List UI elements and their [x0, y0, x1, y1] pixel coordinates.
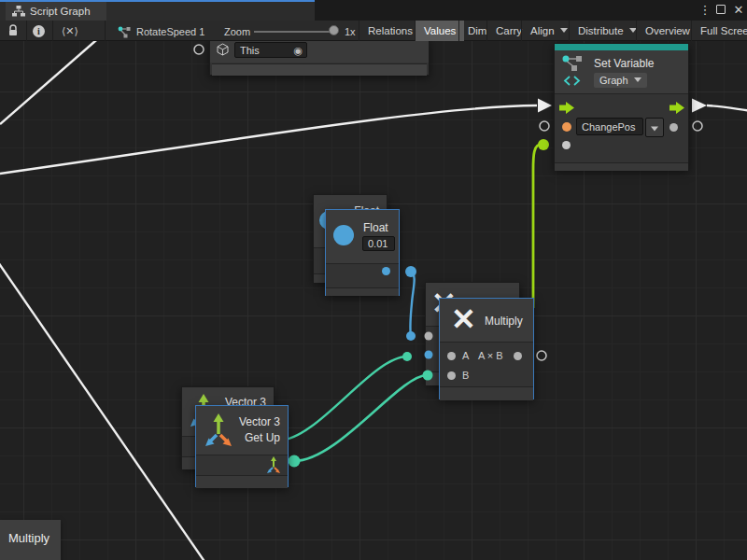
vector3-icon — [203, 412, 234, 451]
close-icon[interactable]: ✕ — [731, 2, 746, 19]
variable-name-field[interactable]: ChangePos — [576, 118, 643, 135]
zoom-value: 1x — [345, 26, 356, 37]
float-output-port[interactable] — [382, 267, 390, 275]
value-output-port[interactable] — [669, 123, 678, 132]
code-connections-icon[interactable]: ⟨✕⟩ — [62, 25, 78, 37]
multiply-node-footer — [440, 386, 533, 400]
maximize-icon[interactable] — [716, 5, 726, 14]
kebab-menu-icon[interactable]: ⋮ — [698, 2, 712, 19]
set-variable-node[interactable]: Set Variable Graph ChangePos — [554, 43, 689, 170]
distribute-dropdown[interactable]: Distribute — [569, 21, 645, 41]
this-node-body — [212, 63, 427, 76]
relations-button[interactable]: Relations — [359, 21, 421, 41]
node-title: Get Up — [245, 431, 280, 444]
float-value-field[interactable]: 0.01 — [362, 236, 395, 251]
zoom-slider[interactable] — [254, 31, 338, 33]
input-a-label: A — [462, 350, 469, 361]
overview-button[interactable]: Overview — [636, 21, 698, 41]
graph-breadcrumb[interactable]: RotateSpeed 1 — [136, 26, 204, 37]
info-icon[interactable]: i — [33, 25, 45, 37]
set-variable-icon — [561, 54, 585, 90]
variable-scope-dropdown[interactable]: Graph — [594, 73, 647, 88]
multiply-icon: ✕ — [451, 304, 476, 334]
toolbar-separator — [52, 21, 53, 41]
output-label: A × B — [478, 350, 503, 361]
lock-icon[interactable] — [7, 24, 19, 41]
this-node[interactable]: This ◉ — [209, 37, 430, 76]
input-b-label: B — [462, 370, 469, 381]
zoom-slider-handle[interactable] — [329, 25, 339, 35]
flow-output-icon[interactable] — [669, 101, 685, 118]
game-object-field[interactable]: This ◉ — [234, 42, 307, 58]
node-title: Set Variable — [594, 57, 654, 70]
tab-title: Script Graph — [30, 6, 91, 17]
variable-stripe — [555, 44, 688, 50]
float-node-footer — [326, 287, 399, 296]
variable-dropdown-button[interactable] — [645, 118, 664, 137]
graph-breadcrumb-icon — [118, 25, 131, 42]
output-port[interactable] — [514, 352, 522, 360]
object-picker-icon[interactable]: ◉ — [293, 43, 303, 58]
values-button[interactable]: Values — [415, 21, 464, 41]
flow-input-icon[interactable] — [559, 101, 575, 118]
toolbar-separator — [26, 21, 27, 41]
full-screen-button[interactable]: Full Screen — [691, 21, 747, 41]
zoom-label: Zoom — [224, 26, 250, 37]
input-b-port[interactable] — [447, 371, 456, 380]
vector3-output-port[interactable] — [265, 455, 282, 478]
set-variable-footer — [555, 162, 688, 171]
node-title: Float — [363, 221, 388, 234]
tab-script-graph[interactable]: Script Graph — [6, 2, 106, 21]
input-a-port[interactable] — [447, 352, 456, 360]
align-dropdown[interactable]: Align — [521, 21, 576, 41]
game-object-value: This — [240, 45, 260, 56]
variable-input-port[interactable] — [562, 122, 571, 132]
cube-icon — [216, 43, 230, 61]
get-up-node[interactable]: Vector 3 Get Up — [195, 405, 289, 487]
window-titlebar: Script Graph ⋮ ✕ — [0, 0, 747, 21]
node-type-title: Vector 3 — [239, 415, 280, 428]
tooltip-label: Multiply — [8, 531, 49, 545]
multiply-node[interactable]: ✕ Multiply A A × B B — [439, 298, 534, 399]
multiply-node-body — [440, 342, 533, 386]
float-type-icon — [333, 225, 354, 245]
node-title: Multiply — [485, 315, 523, 328]
tooltip: Multiply — [0, 520, 61, 560]
toolbar-separator — [105, 21, 106, 41]
value-input-port[interactable] — [562, 141, 571, 149]
script-graph-icon — [12, 6, 25, 17]
float-node[interactable]: Float 0.01 — [325, 209, 400, 296]
